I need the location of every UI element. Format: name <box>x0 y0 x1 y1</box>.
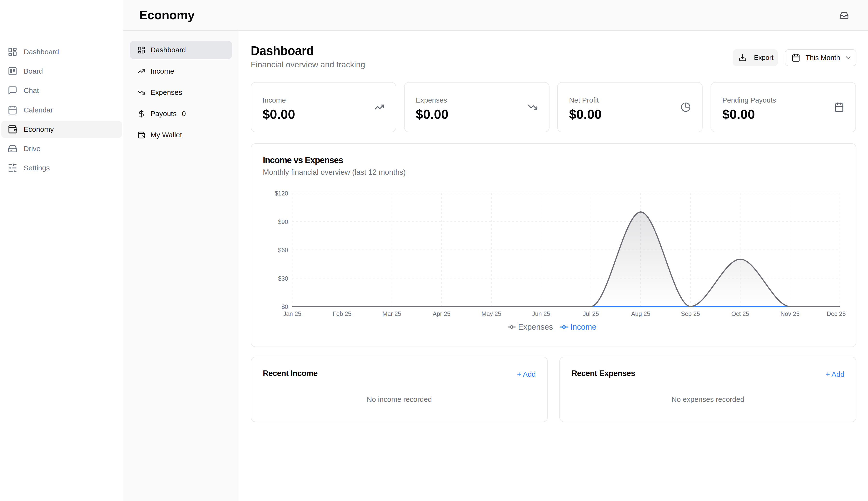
svg-text:May 25: May 25 <box>482 310 501 317</box>
svg-text:$0: $0 <box>282 303 288 310</box>
svg-text:Feb 25: Feb 25 <box>332 310 351 317</box>
svg-text:Nov 25: Nov 25 <box>780 310 800 317</box>
svg-text:$30: $30 <box>278 275 288 282</box>
svg-text:Oct 25: Oct 25 <box>731 310 749 317</box>
svg-text:Jul 25: Jul 25 <box>583 310 599 317</box>
svg-text:Aug 25: Aug 25 <box>631 310 650 317</box>
svg-text:Sep 25: Sep 25 <box>681 310 700 317</box>
svg-text:$90: $90 <box>278 218 288 225</box>
svg-text:Mar 25: Mar 25 <box>382 310 401 317</box>
svg-text:Dec 25: Dec 25 <box>826 310 846 317</box>
svg-text:$60: $60 <box>278 247 288 253</box>
svg-text:$120: $120 <box>275 190 288 197</box>
svg-text:Jan 25: Jan 25 <box>283 310 301 317</box>
svg-text:Apr 25: Apr 25 <box>433 310 451 317</box>
svg-text:Jun 25: Jun 25 <box>532 310 550 317</box>
